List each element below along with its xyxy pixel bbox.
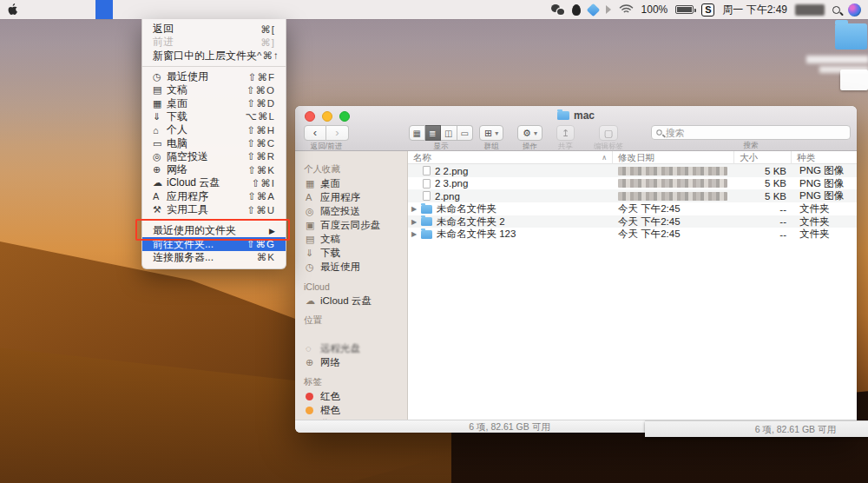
sidebar-item[interactable]: ▣ 百度云同步盘 (295, 218, 407, 232)
action-button[interactable]: ⚙▾ (517, 125, 542, 141)
wechat-icon[interactable] (551, 4, 564, 15)
edit-tags-button[interactable]: ▢ (599, 125, 618, 141)
menu-bar-item[interactable] (130, 0, 148, 19)
menu-item[interactable]: ▦ 桌面 ⇧⌘D ▶ (142, 96, 286, 109)
menu-item[interactable]: 前进 ⌘] ▶ (142, 36, 286, 49)
tags-group: ▢ 编辑标签 (594, 125, 623, 152)
tag-color-dot (306, 393, 313, 400)
background-window-statusbar: 6 项, 82.61 GB 可用 (645, 420, 868, 437)
table-row[interactable]: ▶ 2.png 5 KB PNG 图像 (408, 189, 857, 202)
menu-item[interactable]: 返回 ⌘[ ▶ (142, 23, 286, 36)
menu-bar-item[interactable] (61, 0, 78, 19)
sidebar-item[interactable]: 橙色 (295, 403, 407, 417)
menu-item[interactable]: A 应用程序 ⇧⌘A ▶ (142, 190, 286, 203)
menu-item[interactable]: 最近使用的文件夹 ▶ (142, 224, 286, 237)
sidebar-item[interactable]: ▦ 桌面 (295, 176, 407, 190)
share-button[interactable]: ↥ (556, 125, 575, 141)
list-view-button[interactable]: ≣ (425, 125, 442, 141)
menu-item[interactable]: 前往文件夹... ⇧⌘G ▶ (142, 237, 286, 250)
menu-item[interactable]: ◎ 隔空投送 ⇧⌘R ▶ (142, 150, 286, 163)
menu-item[interactable]: ◷ 最近使用 ⇧⌘F ▶ (142, 70, 286, 83)
folder-icon (557, 111, 569, 120)
column-header-size[interactable]: 大小 (733, 151, 791, 164)
sidebar-item[interactable]: ⇓ 下载 (295, 246, 407, 260)
menu-bar-item[interactable] (43, 0, 61, 19)
sidebar-item-label: 隔空投送 (320, 205, 360, 218)
search-input[interactable] (666, 128, 845, 138)
menu-item[interactable]: 连接服务器... ⌘K ▶ (142, 251, 286, 264)
wifi-icon[interactable] (619, 4, 634, 15)
sidebar-item[interactable]: 个人收藏 (295, 162, 407, 176)
file-name: 未命名文件夹 123 (437, 228, 516, 241)
disclosure-triangle-icon[interactable]: ▶ (411, 205, 421, 213)
apple-menu[interactable] (0, 3, 26, 17)
column-header-name[interactable]: 名称∧ (408, 151, 612, 164)
sidebar-item-label: 百度云同步盘 (320, 219, 380, 232)
menu-item[interactable]: ⇓ 下载 ⌥⌘L ▶ (142, 110, 286, 123)
sidebar-item[interactable]: ◌ 远程光盘 (295, 341, 407, 355)
menu-item[interactable]: ⌂ 个人 ⇧⌘H ▶ (142, 123, 286, 136)
search-field[interactable] (651, 125, 851, 140)
menu-item[interactable]: ▭ 电脑 ⇧⌘C ▶ (142, 136, 286, 149)
menu-item[interactable]: 新窗口中的上层文件夹 ^⌘↑ ▶ (142, 50, 286, 63)
disclosure-triangle-icon[interactable]: ▶ (411, 230, 421, 238)
sidebar-item[interactable]: ☁ iCloud 云盘 (295, 294, 407, 308)
input-arrow-icon[interactable] (606, 5, 611, 14)
menu-bar-item[interactable] (78, 0, 95, 19)
sidebar-item[interactable]: 红色 (295, 389, 407, 403)
column-view-button[interactable]: ◫ (441, 125, 457, 141)
spotlight-icon[interactable] (832, 6, 840, 14)
sidebar-item[interactable]: iCloud (295, 280, 407, 294)
gallery-view-button[interactable]: ▭ (457, 125, 474, 141)
table-row[interactable]: ▶ 未命名文件夹 今天 下午2:45 -- 文件夹 (408, 202, 857, 215)
user-name-redacted[interactable] (795, 4, 825, 16)
sogou-input-icon[interactable]: S (701, 3, 714, 17)
back-button[interactable]: ‹ (304, 125, 326, 141)
menu-item[interactable]: ⊕ 网络 ⇧⌘K ▶ (142, 163, 286, 176)
menu-bar-item[interactable] (113, 0, 130, 19)
table-row[interactable]: ▶ 未命名文件夹 123 今天 下午2:45 -- 文件夹 (408, 228, 857, 241)
file-name: 未命名文件夹 (437, 202, 496, 215)
redacted-date (618, 179, 727, 188)
table-row[interactable]: ▶ 未命名文件夹 2 今天 下午2:45 -- 文件夹 (408, 215, 857, 228)
menu-item-icon: ◎ (153, 151, 167, 162)
disclosure-triangle-icon[interactable]: ▶ (411, 218, 421, 226)
action-group: ⚙▾ 操作 (517, 125, 542, 152)
table-row[interactable]: ▶ 2 2.png 5 KB PNG 图像 (408, 164, 857, 177)
menu-item[interactable]: ⚒ 实用工具 ⇧⌘U ▶ (142, 203, 286, 216)
menu-item[interactable]: ☁ iCloud 云盘 ⇧⌘I ▶ (142, 176, 286, 189)
forward-button[interactable]: › (326, 125, 349, 141)
app-diamond-icon[interactable] (586, 3, 600, 17)
gear-icon: ⚙ (523, 128, 531, 139)
file-type-icon (421, 205, 432, 214)
qq-icon[interactable] (572, 4, 581, 16)
status-text: 6 项, 82.61 GB 可用 (469, 421, 549, 433)
siri-icon[interactable] (848, 3, 861, 17)
group-by-button[interactable]: ⊞▾ (479, 125, 503, 141)
battery-percent[interactable]: 100% (641, 3, 668, 16)
sidebar-item[interactable]: ◷ 最近使用 (295, 260, 407, 274)
sidebar-item[interactable]: ⊕ 网络 (295, 355, 407, 369)
battery-icon[interactable] (675, 5, 694, 14)
file-kind: 文件夹 (791, 215, 857, 228)
column-header-kind[interactable]: 种类 (791, 151, 857, 164)
sidebar-item[interactable]: A 应用程序 (295, 190, 407, 204)
group-group: ⊞▾ 群组 (479, 125, 503, 152)
menu-bar-item[interactable] (26, 0, 43, 19)
tag-color-dot (306, 407, 313, 414)
table-row[interactable]: ▶ 2 3.png 5 KB PNG 图像 (408, 177, 857, 190)
file-size: 5 KB (733, 191, 791, 202)
column-header-date[interactable]: 修改日期 (612, 151, 733, 164)
sidebar-item[interactable]: 标签 (295, 375, 407, 389)
menu-bar-clock[interactable]: 周一 下午2:49 (722, 3, 787, 17)
menu-item[interactable]: ▤ 文稿 ⇧⌘O ▶ (142, 83, 286, 96)
sidebar-item[interactable]: ◎ 隔空投送 (295, 204, 407, 218)
sidebar-item[interactable]: ▤ 文稿 (295, 232, 407, 246)
window-header[interactable]: mac ‹ › 返回/前进 ▦ ≣ ◫ ▭ 显示 ⊞▾ 群组 (295, 106, 857, 151)
icon-view-button[interactable]: ▦ (409, 125, 425, 141)
menu-item[interactable]: ▶ (142, 63, 286, 70)
sidebar-item[interactable]: 位置 (295, 314, 407, 328)
desktop-folder-icon[interactable] (835, 23, 867, 50)
menu-bar-item[interactable] (95, 0, 113, 19)
file-date: 今天 下午2:45 (612, 215, 733, 228)
